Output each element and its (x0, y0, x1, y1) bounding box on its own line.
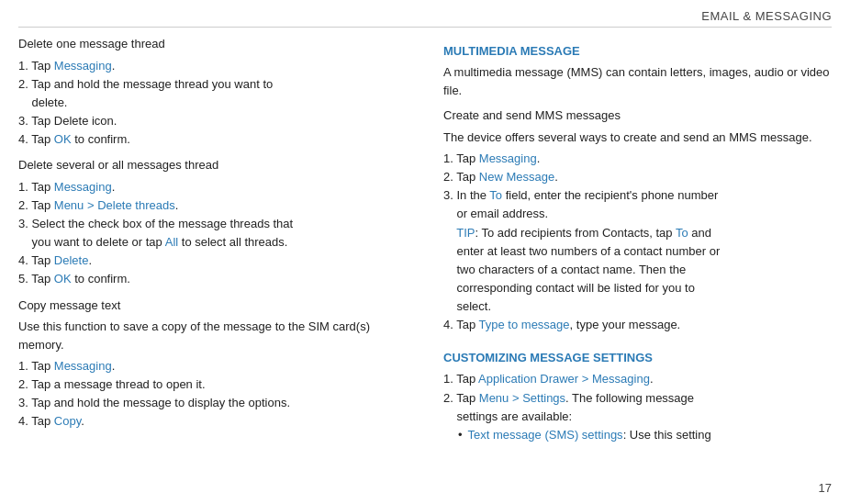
link: Messaging (54, 59, 112, 73)
customizing-steps-list: 1. Tap Application Drawer > Messaging. 2… (443, 370, 832, 425)
link: OK (54, 132, 72, 146)
list-item: 2. Tap Menu > Delete threads. (18, 196, 407, 215)
list-item: 3. Tap Delete icon. (18, 112, 407, 130)
link: Text message (SMS) settings (468, 428, 623, 442)
multimedia-steps-list: 1. Tap Messaging. 2. Tap New Message. 3.… (443, 150, 832, 334)
link: Menu > Delete threads (54, 198, 175, 212)
bullet-text: Text message (SMS) settings: Use this se… (468, 426, 711, 444)
link: Menu > Settings (479, 391, 565, 405)
page-container: EMAIL & MESSAGING Delete one message thr… (0, 0, 850, 504)
copy-message-heading: Copy message text (18, 297, 407, 315)
list-item: 3. Tap and hold the message to display t… (18, 394, 407, 412)
header-title: EMAIL & MESSAGING (701, 9, 832, 23)
multimedia-section-title: MULTIMEDIA MESSAGE (443, 44, 832, 58)
delete-one-list: 1. Tap Messaging. 2. Tap and hold the me… (18, 57, 407, 150)
list-item: 1. Tap Messaging. (18, 178, 407, 196)
create-mms-desc: The device offers several ways to create… (443, 129, 832, 147)
bullet-dot: • (458, 426, 463, 444)
copy-message-list: 1. Tap Messaging. 2. Tap a message threa… (18, 357, 407, 431)
link: Delete (54, 253, 89, 267)
list-item: 2. Tap and hold the message thread you w… (18, 75, 407, 112)
list-item: 1. Tap Messaging. (18, 357, 407, 375)
header-bar: EMAIL & MESSAGING (18, 9, 832, 28)
link: Messaging (54, 180, 112, 194)
bullet-item: • Text message (SMS) settings: Use this … (443, 426, 832, 444)
list-item: 4. Tap Copy. (18, 412, 407, 431)
link: To (676, 226, 688, 240)
list-item: 2. Tap a message thread to open it. (18, 375, 407, 394)
link: Messaging (479, 151, 537, 165)
link: Copy (54, 414, 81, 428)
list-item: 1. Tap Messaging. (18, 57, 407, 75)
content-area: Delete one message thread 1. Tap Messagi… (18, 35, 832, 495)
right-column: MULTIMEDIA MESSAGE A multimedia message … (434, 35, 832, 495)
customizing-section-title: CUSTOMIZING MESSAGE SETTINGS (443, 351, 832, 364)
multimedia-intro: A multimedia message (MMS) can contain l… (443, 63, 832, 99)
list-item: 3. In the To field, enter the recipient'… (443, 186, 832, 223)
delete-one-heading: Delete one message thread (18, 35, 407, 53)
copy-message-desc: Use this function to save a copy of the … (18, 318, 407, 353)
list-item tip-block: TIP: To add recipients from Contacts, ta… (443, 224, 832, 317)
list-item: 2. Tap New Message. (443, 168, 832, 186)
list-item: 1. Tap Messaging. (443, 150, 832, 168)
left-column: Delete one message thread 1. Tap Messagi… (18, 35, 416, 495)
link: New Message (479, 170, 554, 184)
list-item: 2. Tap Menu > Settings. The following me… (443, 389, 832, 426)
list-item: 4. Tap Type to message, type your messag… (443, 316, 832, 334)
delete-several-list: 1. Tap Messaging. 2. Tap Menu > Delete t… (18, 178, 407, 289)
list-item: 3. Select the check box of the message t… (18, 215, 407, 252)
link: To (489, 188, 502, 202)
delete-several-heading: Delete several or all messages thread (18, 156, 407, 174)
list-item: 4. Tap OK to confirm. (18, 130, 407, 149)
create-mms-heading: Create and send MMS messages (443, 106, 832, 125)
link: All (165, 235, 178, 249)
link: Application Drawer > Messaging (478, 372, 650, 386)
page-number: 17 (819, 481, 832, 495)
list-item: 1. Tap Application Drawer > Messaging. (443, 370, 832, 388)
list-item: 5. Tap OK to confirm. (18, 270, 407, 288)
link: Type to message (479, 318, 570, 331)
link: OK (54, 272, 72, 286)
link: Messaging (54, 359, 112, 373)
list-item: 4. Tap Delete. (18, 252, 407, 270)
